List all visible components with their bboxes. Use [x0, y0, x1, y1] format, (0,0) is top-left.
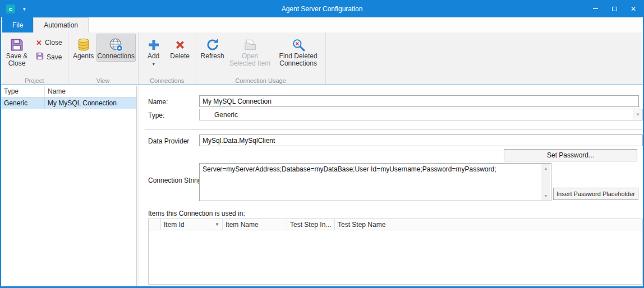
refresh-label: Refresh — [201, 53, 224, 60]
titlebar: c ▾ Agent Server Configuration ✕ — [1, 0, 643, 17]
open-selected-item-button: Open Selected Item — [227, 34, 274, 69]
filter-dropdown-icon[interactable]: ▼ — [215, 222, 219, 227]
ribbon: Save & Close ✕ Close Save — [1, 32, 643, 85]
grid-header-item-id[interactable]: Item Id ▼ — [161, 219, 223, 230]
connection-type-cell: Generic — [1, 97, 45, 109]
connection-list-row-selected[interactable]: Generic My MySQL Connection — [1, 97, 136, 109]
tab-file[interactable]: File — [2, 17, 33, 32]
agent-server-configuration-window: c ▾ Agent Server Configuration ✕ File Au… — [0, 0, 644, 288]
find-deleted-connections-button[interactable]: Find Deleted Connections — [274, 34, 323, 69]
connection-string-label: Connection String — [148, 176, 201, 184]
plus-icon — [147, 37, 160, 53]
refresh-button[interactable]: Refresh — [199, 34, 227, 62]
maximize-button[interactable] — [605, 0, 624, 17]
agents-label: Agents — [73, 53, 94, 60]
save-close-floppy-icon — [10, 37, 24, 53]
quick-access-dropdown-icon[interactable]: ▾ — [23, 6, 26, 12]
connections-list-header: Type Name — [1, 86, 136, 97]
open-item-icon — [243, 37, 257, 53]
scroll-up-icon[interactable]: ▲ — [541, 164, 550, 173]
maximize-icon — [612, 7, 617, 11]
connection-name-cell: My MySQL Connection — [45, 97, 136, 109]
usage-grid: Item Id ▼ Item Name Test Step In... Test… — [148, 219, 643, 285]
delete-x-icon — [174, 37, 186, 53]
delete-label: Delete — [170, 53, 190, 60]
add-label: Add — [148, 53, 159, 60]
agents-button[interactable]: Agents — [71, 34, 96, 62]
globe-icon — [109, 37, 123, 53]
save-and-close-button[interactable]: Save & Close — [3, 34, 30, 69]
open-selected-item-label: Open Selected Item — [229, 53, 272, 67]
set-password-button[interactable]: Set Password... — [504, 149, 637, 161]
close-x-icon: ✕ — [36, 39, 42, 47]
insert-password-placeholder-button[interactable]: Insert Password Placeholder — [553, 188, 638, 200]
ribbon-group-view: Agents Connections View — [68, 32, 139, 85]
column-header-type[interactable]: Type — [1, 86, 45, 97]
type-label: Type: — [148, 112, 164, 119]
delete-connection-button[interactable]: Delete — [167, 34, 194, 62]
usage-grid-body — [149, 230, 642, 284]
grid-header-item-name-label: Item Name — [226, 221, 259, 229]
column-header-name[interactable]: Name — [45, 86, 136, 97]
add-connection-button[interactable]: Add ▼ — [141, 34, 167, 69]
data-provider-label: Data Provider — [148, 137, 189, 145]
grid-header-item-id-label: Item Id — [164, 221, 185, 229]
save-label: Save — [47, 53, 62, 61]
scroll-down-icon[interactable]: ▼ — [541, 192, 550, 200]
connections-button[interactable]: Connections — [96, 34, 136, 62]
database-icon — [76, 37, 91, 53]
window-title: Agent Server Configuration — [1, 5, 643, 13]
connection-detail-panel: Name: Type: Generic ▼ Data Provider Set … — [139, 86, 643, 286]
ribbon-group-connection-usage: Refresh Open Selected Item — [196, 32, 326, 85]
group-label-connection-usage: Connection Usage — [196, 77, 325, 84]
app-logo-icon[interactable]: c — [6, 4, 15, 13]
refresh-icon — [205, 37, 220, 53]
grid-header-test-step-name[interactable]: Test Step Name — [335, 219, 642, 230]
ribbon-tab-row: File Automation — [1, 17, 643, 32]
grid-header-test-step-in-label: Test Step In... — [290, 221, 331, 229]
usage-items-label: Items this Connection is used in: — [148, 210, 245, 217]
connection-string-field: Server=myServerAddress;Database=myDataBa… — [199, 163, 551, 201]
find-deleted-connections-label: Find Deleted Connections — [276, 53, 321, 67]
connection-string-textarea[interactable]: Server=myServerAddress;Database=myDataBa… — [200, 164, 551, 201]
type-combobox-value: Generic — [200, 111, 633, 119]
connections-list-panel: Type Name Generic My MySQL Connection — [1, 86, 137, 286]
connection-string-scrollbar[interactable]: ▲ ▼ — [541, 164, 550, 200]
name-input[interactable] — [199, 95, 639, 107]
content-area: Type Name Generic My MySQL Connection Na… — [1, 86, 643, 286]
group-label-project: Project — [1, 77, 68, 84]
type-combobox[interactable]: Generic ▼ — [199, 109, 643, 120]
save-and-close-label: Save & Close — [6, 53, 28, 67]
minimize-icon — [593, 8, 598, 9]
search-icon — [291, 37, 306, 53]
data-provider-input[interactable] — [199, 134, 643, 146]
minimize-button[interactable] — [586, 0, 605, 17]
connections-label: Connections — [97, 53, 135, 60]
usage-grid-header: Item Id ▼ Item Name Test Step In... Test… — [149, 219, 642, 230]
grid-header-test-step-in[interactable]: Test Step In... — [287, 219, 335, 230]
tab-automation[interactable]: Automation — [33, 17, 89, 32]
section-divider — [145, 129, 642, 130]
close-project-label: Close — [45, 39, 62, 47]
group-label-connections: Connections — [139, 77, 196, 84]
ribbon-group-connections: Add ▼ Delete Connections — [139, 32, 196, 85]
save-button[interactable]: Save — [33, 50, 66, 63]
add-dropdown-icon[interactable]: ▼ — [151, 61, 155, 68]
combo-dropdown-icon[interactable]: ▼ — [633, 109, 642, 120]
close-project-button[interactable]: ✕ Close — [33, 37, 66, 48]
save-floppy-icon — [36, 52, 44, 62]
grid-header-test-step-name-label: Test Step Name — [338, 221, 385, 229]
ribbon-group-project: Save & Close ✕ Close Save — [1, 32, 68, 85]
grid-header-item-name[interactable]: Item Name — [223, 219, 287, 230]
name-label: Name: — [148, 98, 168, 106]
grid-indicator-column — [149, 219, 161, 230]
close-window-icon: ✕ — [631, 5, 636, 13]
window-controls: ✕ — [586, 0, 643, 17]
close-window-button[interactable]: ✕ — [624, 0, 643, 17]
group-label-view: View — [68, 77, 138, 84]
